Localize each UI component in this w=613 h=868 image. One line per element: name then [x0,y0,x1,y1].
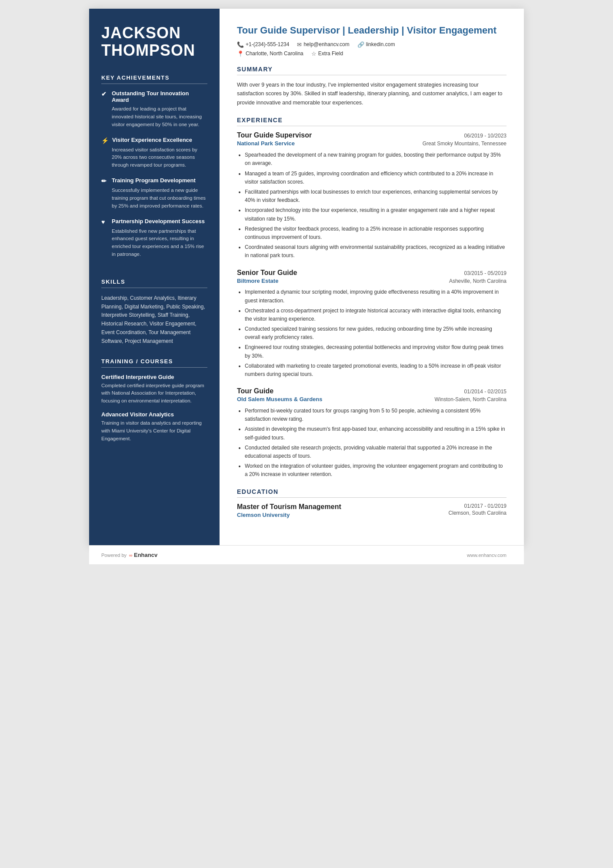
achievement-title: ⚡ Visitor Experience Excellence [101,137,207,144]
email-icon: ✉ [297,41,302,48]
candidate-name: JACKSON THOMPSON [101,24,207,59]
exp-header: Tour Guide 01/2014 - 02/2015 [237,387,506,395]
exp-bullet: Incorporated technology into the tour ex… [245,206,506,223]
exp-company: National Park Service [237,140,295,147]
achievements-list: ✔ Outstanding Tour Innovation Award Awar… [101,90,207,258]
exp-bullet: Conducted specialized training sessions … [245,325,506,342]
experience-entry: Tour Guide Supervisor 06/2019 - 10/2023 … [237,131,506,260]
extra-field: ☆ Extra Field [311,50,343,57]
exp-bullet: Engineered tour routing strategies, decr… [245,343,506,360]
phone-contact: 📞 +1-(234)-555-1234 [237,41,289,48]
contact-row: 📞 +1-(234)-555-1234 ✉ help@enhancv.com 🔗… [237,41,506,48]
achievement-item: ✔ Outstanding Tour Innovation Award Awar… [101,90,207,128]
powered-by-label: Powered by [101,553,127,558]
skills-text: Leadership, Customer Analytics, Itinerar… [101,294,207,346]
star-icon: ☆ [311,50,316,57]
linkedin-contact[interactable]: 🔗 linkedin.com [357,41,395,48]
exp-bullet: Spearheaded the development of a new tra… [245,151,506,168]
achievements-title: KEY ACHIEVEMENTS [101,74,207,84]
exp-bullets-list: Implemented a dynamic tour scripting mod… [237,288,506,379]
exp-bullet: Assisted in developing the museum's firs… [245,425,506,442]
experience-section: EXPERIENCE Tour Guide Supervisor 06/2019… [237,117,506,479]
exp-bullets-list: Spearheaded the development of a new tra… [237,151,506,260]
skills-title: SKILLS [101,278,207,288]
sidebar: JACKSON THOMPSON KEY ACHIEVEMENTS ✔ Outs… [89,9,220,545]
course-title: Certified Interpretive Guide [101,374,207,380]
phone-icon: 📞 [237,41,244,48]
achievement-desc: Awarded for leading a project that innov… [101,105,207,128]
edu-left: Master of Tourism Management Clemson Uni… [237,503,341,518]
exp-bullet: Worked on the integration of volunteer g… [245,462,506,479]
exp-header: Senior Tour Guide 03/2015 - 05/2019 [237,269,506,277]
exp-bullet: Conducted detailed site research project… [245,444,506,460]
experience-title: EXPERIENCE [237,117,506,126]
edu-degree: Master of Tourism Management [237,503,341,511]
course-item: Certified Interpretive Guide Completed c… [101,374,207,405]
exp-header: Tour Guide Supervisor 06/2019 - 10/2023 [237,131,506,139]
exp-company: Old Salem Museums & Gardens [237,396,323,402]
exp-bullet: Implemented a dynamic tour scripting mod… [245,288,506,305]
course-item: Advanced Visitor Analytics Training in v… [101,411,207,442]
pencil-icon: ✏ [101,178,108,184]
location-row: 📍 Charlotte, North Carolina ☆ Extra Fiel… [237,50,506,57]
exp-dates: 06/2019 - 10/2023 [464,133,506,139]
achievement-desc: Successfully implemented a new guide tra… [101,187,207,210]
course-desc: Completed certified interpretive guide p… [101,382,207,405]
achievement-desc: Established five new partnerships that e… [101,228,207,258]
summary-text: With over 9 years in the tour industry, … [237,80,506,107]
checkmark-icon: ✔ [101,90,108,97]
exp-bullet: Redesigned the visitor feedback process,… [245,225,506,241]
exp-sub: National Park Service Great Smoky Mounta… [237,140,506,147]
exp-dates: 01/2014 - 02/2015 [464,389,506,395]
achievement-title: ♥ Partnership Development Success [101,218,207,225]
location-contact: 📍 Charlotte, North Carolina [237,50,303,57]
course-title: Advanced Visitor Analytics [101,411,207,418]
achievements-section: KEY ACHIEVEMENTS ✔ Outstanding Tour Inno… [101,74,207,266]
footer-website: www.enhancv.com [467,553,506,558]
exp-location: Asheville, North Carolina [449,278,506,285]
exp-sub: Old Salem Museums & Gardens Winston-Sale… [237,396,506,403]
exp-bullet: Coordinated seasonal tours aligning with… [245,243,506,260]
exp-bullet: Facilitated partnerships with local busi… [245,188,506,204]
course-desc: Training in visitor data analytics and r… [101,419,207,442]
heart-icon: ♥ [101,218,108,225]
page-footer: Powered by ∞ Enhancv www.enhancv.com [89,545,524,564]
enhancv-logo: ∞ Enhancv [129,552,157,558]
exp-job-title: Tour Guide Supervisor [237,131,312,139]
exp-bullet: Performed bi-weekly curated tours for gr… [245,407,506,423]
education-section: EDUCATION Master of Tourism Management C… [237,488,506,518]
email-contact: ✉ help@enhancv.com [297,41,349,48]
exp-bullet: Managed a team of 25 guides, improving c… [245,170,506,186]
achievement-item: ✏ Training Program Development Successfu… [101,177,207,210]
training-section: TRAINING / COURSES Certified Interpretiv… [101,358,207,449]
exp-bullet: Collaborated with marketing to create ta… [245,362,506,379]
achievement-item: ♥ Partnership Development Success Establ… [101,218,207,258]
exp-location: Winston-Salem, North Carolina [435,396,506,403]
achievement-title: ✏ Training Program Development [101,177,207,184]
exp-job-title: Senior Tour Guide [237,269,297,277]
heart-icon: ∞ [129,553,133,558]
edu-school: Clemson University [237,512,341,518]
summary-section: SUMMARY With over 9 years in the tour in… [237,66,506,107]
footer-branding: Powered by ∞ Enhancv [101,552,157,558]
experience-entry: Senior Tour Guide 03/2015 - 05/2019 Bilt… [237,269,506,379]
exp-location: Great Smoky Mountains, Tennessee [423,140,506,147]
exp-job-title: Tour Guide [237,387,273,395]
location-icon: 📍 [237,50,244,57]
exp-sub: Biltmore Estate Asheville, North Carolin… [237,278,506,285]
link-icon: 🔗 [357,41,364,48]
exp-company: Biltmore Estate [237,278,278,284]
skills-section: SKILLS Leadership, Customer Analytics, I… [101,278,207,346]
summary-title: SUMMARY [237,66,506,75]
education-entry: Master of Tourism Management Clemson Uni… [237,503,506,518]
achievement-title: ✔ Outstanding Tour Innovation Award [101,90,207,103]
education-title: EDUCATION [237,488,506,498]
exp-dates: 03/2015 - 05/2019 [464,270,506,276]
main-content: Tour Guide Supervisor | Leadership | Vis… [220,9,524,545]
training-title: TRAINING / COURSES [101,358,207,368]
achievement-item: ⚡ Visitor Experience Excellence Increase… [101,137,207,169]
edu-right: 01/2017 - 01/2019 Clemson, South Carolin… [449,503,506,516]
exp-bullet: Orchestrated a cross-department project … [245,307,506,323]
edu-dates: 01/2017 - 01/2019 [449,503,506,509]
achievement-desc: Increased visitor satisfaction scores by… [101,146,207,169]
